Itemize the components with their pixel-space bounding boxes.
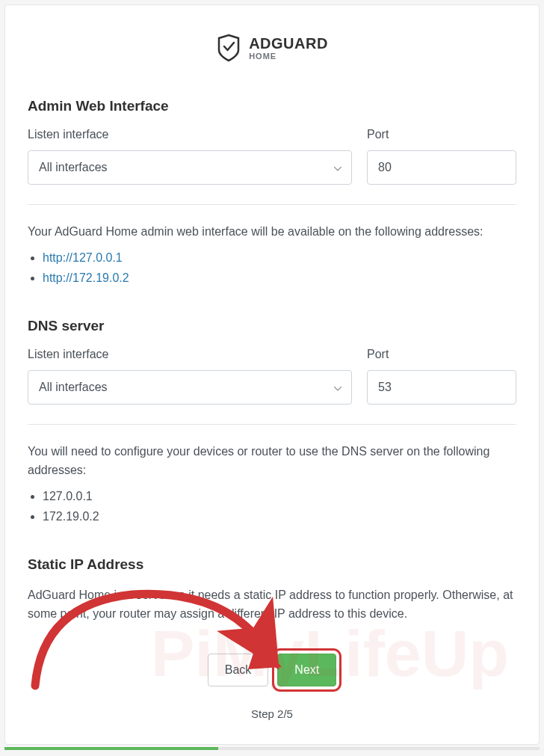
list-item: http://172.19.0.2 [43,268,516,288]
static-ip-text: AdGuard Home is a server so it needs a s… [28,586,516,624]
step-indicator: Step 2/5 [28,707,516,720]
progress-fill [4,747,218,750]
back-button[interactable]: Back [208,654,269,686]
admin-port-label: Port [367,128,516,141]
divider [28,204,516,205]
dns-address-list: 127.0.0.1 172.19.0.2 [28,486,516,526]
admin-port-input[interactable] [367,150,516,185]
brand-sub: HOME [249,52,328,61]
dns-listen-select[interactable]: All interfaces [28,370,352,405]
dns-listen-label: Listen interface [28,348,352,361]
admin-section-title: Admin Web Interface [28,98,516,114]
admin-listen-label: Listen interface [28,128,352,141]
next-button[interactable]: Next [277,654,336,686]
progress-bar [4,747,540,750]
admin-address-list: http://127.0.0.1 http://172.19.0.2 [28,248,516,288]
dns-info-text: You will need to configure your devices … [28,443,516,480]
list-item: http://127.0.0.1 [43,248,516,268]
adguard-shield-icon [216,34,241,62]
list-item: 172.19.0.2 [43,506,516,526]
divider [28,424,516,425]
admin-listen-select[interactable]: All interfaces [28,150,352,185]
admin-address-link[interactable]: http://127.0.0.1 [43,251,123,264]
logo-area: ADGUARD HOME [28,34,516,62]
setup-card: ADGUARD HOME Admin Web Interface Listen … [4,4,540,745]
dns-port-label: Port [367,348,516,361]
dns-listen-value: All interfaces [39,381,108,394]
action-buttons: Back Next [28,654,516,686]
brand-name: ADGUARD [249,36,328,51]
dns-port-input[interactable] [367,370,516,405]
static-ip-title: Static IP Address [28,556,516,573]
dns-section-title: DNS server [28,318,516,334]
list-item: 127.0.0.1 [43,486,516,506]
logo-text: ADGUARD HOME [249,36,328,61]
admin-listen-value: All interfaces [39,161,108,174]
admin-info-text: Your AdGuard Home admin web interface wi… [28,223,516,242]
admin-address-link[interactable]: http://172.19.0.2 [43,271,129,284]
